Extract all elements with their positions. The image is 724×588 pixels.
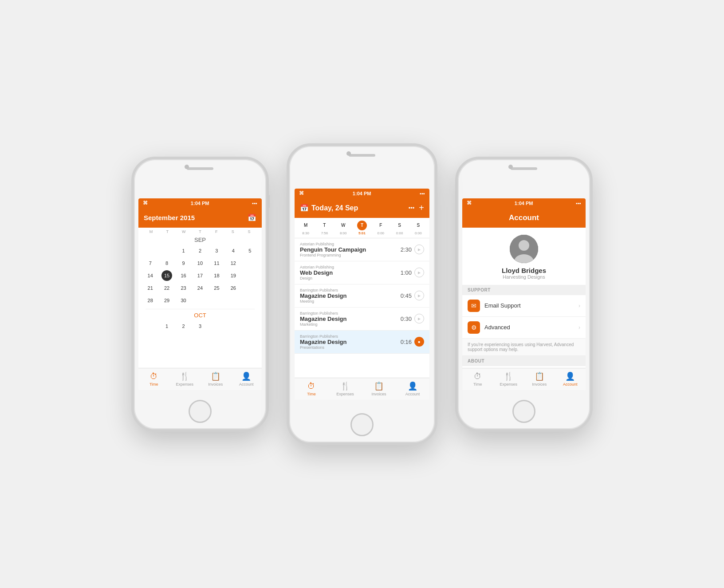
header-calendar-icon: 📅	[300, 204, 309, 212]
right-phone: ⌘ 1:04 PM ▪▪▪ Account	[455, 157, 593, 432]
entry-project-5: Magazine Design	[300, 339, 401, 345]
entry-time-4: 0:30	[401, 316, 412, 322]
tab-time-left[interactable]: ⏱ Time	[138, 372, 169, 387]
weekday-labels: M T W T F S S	[142, 229, 258, 234]
entry-magazine-marketing[interactable]: Barrington Publishers Magazine Design Ma…	[295, 308, 429, 331]
right-tab-bar: ⏱ Time 🍴 Expenses 📋 Invoices 👤 Account	[462, 368, 586, 390]
time-icon-right: ⏱	[474, 372, 482, 381]
entry-task-4: Marketing	[300, 322, 401, 327]
about-section-header: ABOUT	[462, 356, 586, 366]
email-support-icon: ✉	[468, 300, 480, 312]
account-icon: 👤	[241, 371, 251, 381]
tab-invoices-center[interactable]: 📋 Invoices	[362, 381, 396, 396]
invoices-icon-right: 📋	[535, 371, 544, 381]
avatar-image	[510, 235, 538, 263]
time-entries-list: Astorian Publishing Penguin Tour Campaig…	[295, 238, 429, 354]
more-icon[interactable]: •••	[409, 205, 415, 211]
advanced-label: Advanced	[484, 324, 574, 331]
center-wifi-icon: ⌘	[299, 190, 304, 196]
right-battery: ▪▪▪	[576, 201, 581, 206]
entry-client-5: Barrington Publishers	[300, 334, 401, 339]
tab-account-right[interactable]: 👤 Account	[555, 371, 586, 387]
email-support-label: Email Support	[484, 302, 574, 309]
support-section-header: SUPPORT	[462, 285, 586, 295]
tab-invoices-right[interactable]: 📋 Invoices	[524, 371, 555, 387]
entry-magazine-meeting[interactable]: Barrington Publishers Magazine Design Me…	[295, 284, 429, 308]
day-sun[interactable]: S 0:00	[409, 221, 428, 235]
calendar-grid: M T W T F S S SEP 1 2 3 4 5 7	[138, 228, 262, 334]
sep-days: 1 2 3 4 5 7 8 9 10 11 12 14 15 16 17 18	[142, 245, 258, 306]
account-icon-right: 👤	[565, 371, 575, 381]
play-btn-4[interactable]: ▶	[414, 314, 424, 324]
day-fri[interactable]: F 0:00	[371, 221, 390, 235]
entry-project-2: Web Design	[300, 269, 401, 276]
calendar-divider	[146, 309, 255, 309]
tab-time-right[interactable]: ⏱ Time	[462, 372, 493, 387]
right-home-button[interactable]	[512, 400, 535, 423]
scene: ⌘ 1:04 PM ▪▪▪ September 2015 📅 M T W T F…	[118, 95, 606, 494]
add-icon[interactable]: +	[419, 203, 424, 213]
entry-project-4: Magazine Design	[300, 316, 401, 322]
left-time: 1:04 PM	[191, 201, 209, 206]
email-support-item[interactable]: ✉ Email Support ›	[462, 295, 586, 317]
today-15[interactable]: 15	[161, 270, 172, 281]
center-home-button[interactable]	[350, 413, 374, 436]
tab-invoices-left[interactable]: 📋 Invoices	[200, 371, 231, 387]
left-status-bar: ⌘ 1:04 PM ▪▪▪	[138, 198, 262, 208]
stop-btn-5[interactable]: ■	[414, 337, 424, 347]
support-note: If you're experiencing issues using Harv…	[462, 339, 586, 356]
invoices-icon: 📋	[211, 371, 220, 381]
entry-task-3: Meeting	[300, 299, 401, 304]
right-wifi-icon: ⌘	[467, 200, 472, 206]
entry-magazine-presentations[interactable]: Barrington Publishers Magazine Design Pr…	[295, 331, 429, 354]
time-icon-center: ⏱	[307, 382, 315, 391]
entry-penguin[interactable]: Astorian Publishing Penguin Tour Campaig…	[295, 238, 429, 261]
expenses-icon-center: 🍴	[340, 381, 350, 391]
center-tab-bar: ⏱ Time 🍴 Expenses 📋 Invoices 👤 Account	[295, 378, 429, 400]
time-header: 📅 Today, 24 Sep ••• +	[295, 198, 429, 218]
entry-task-5: Presentations	[300, 345, 401, 350]
left-phone-screen: ⌘ 1:04 PM ▪▪▪ September 2015 📅 M T W T F…	[138, 198, 262, 390]
calendar-month-title: September 2015	[144, 214, 195, 221]
tab-account-center[interactable]: 👤 Account	[396, 381, 429, 396]
play-btn-2[interactable]: ▶	[414, 268, 424, 277]
entry-client-3: Barrington Publishers	[300, 288, 401, 292]
time-icon: ⏱	[150, 372, 158, 381]
invoices-icon-center: 📋	[374, 381, 384, 391]
left-phone: ⌘ 1:04 PM ▪▪▪ September 2015 📅 M T W T F…	[131, 157, 269, 432]
advanced-chevron: ›	[578, 324, 580, 331]
tab-expenses-right[interactable]: 🍴 Expenses	[493, 371, 524, 387]
entry-time-5: 0:16	[401, 339, 412, 345]
play-btn-3[interactable]: ▶	[414, 291, 424, 300]
play-btn-1[interactable]: ▶	[414, 245, 424, 254]
header-date: Today, 24 Sep	[311, 204, 358, 212]
day-mon[interactable]: M 8:30	[296, 221, 315, 235]
right-time: 1:04 PM	[515, 201, 533, 206]
entry-webdesign[interactable]: Astorian Publishing Web Design Design 1:…	[295, 261, 429, 284]
account-title: Account	[509, 213, 539, 222]
tab-account-left[interactable]: 👤 Account	[231, 371, 262, 387]
right-phone-screen: ⌘ 1:04 PM ▪▪▪ Account	[462, 198, 586, 390]
left-tab-bar: ⏱ Time 🍴 Expenses 📋 Invoices 👤 Account	[138, 368, 262, 390]
day-wed[interactable]: W 8:00	[334, 221, 353, 235]
entry-client-2: Astorian Publishing	[300, 265, 401, 269]
advanced-item[interactable]: ⚙ Advanced ›	[462, 317, 586, 339]
day-thu-active[interactable]: T 5:01	[353, 221, 371, 235]
day-sat[interactable]: S 0:00	[390, 221, 409, 235]
email-support-chevron: ›	[578, 303, 580, 309]
right-status-bar: ⌘ 1:04 PM ▪▪▪	[462, 198, 586, 208]
entry-time-2: 1:00	[401, 269, 412, 276]
center-phone: ⌘ 1:04 PM ▪▪▪ 📅 Today, 24 Sep ••• + M	[287, 143, 437, 445]
tab-expenses-left[interactable]: 🍴 Expenses	[169, 371, 201, 387]
account-header: Account	[462, 208, 586, 228]
tab-time-center[interactable]: ⏱ Time	[295, 382, 328, 396]
expenses-icon-right: 🍴	[504, 371, 513, 381]
entry-project-1: Penguin Tour Campaign	[300, 246, 401, 253]
tab-expenses-center[interactable]: 🍴 Expenses	[328, 381, 362, 396]
left-home-button[interactable]	[189, 400, 212, 423]
day-tue[interactable]: T 7:56	[315, 221, 334, 235]
entry-client-1: Astorian Publishing	[300, 242, 401, 246]
entry-time-3: 0:45	[401, 292, 412, 299]
entry-time-1: 2:30	[401, 246, 412, 253]
center-phone-screen: ⌘ 1:04 PM ▪▪▪ 📅 Today, 24 Sep ••• + M	[295, 189, 429, 400]
